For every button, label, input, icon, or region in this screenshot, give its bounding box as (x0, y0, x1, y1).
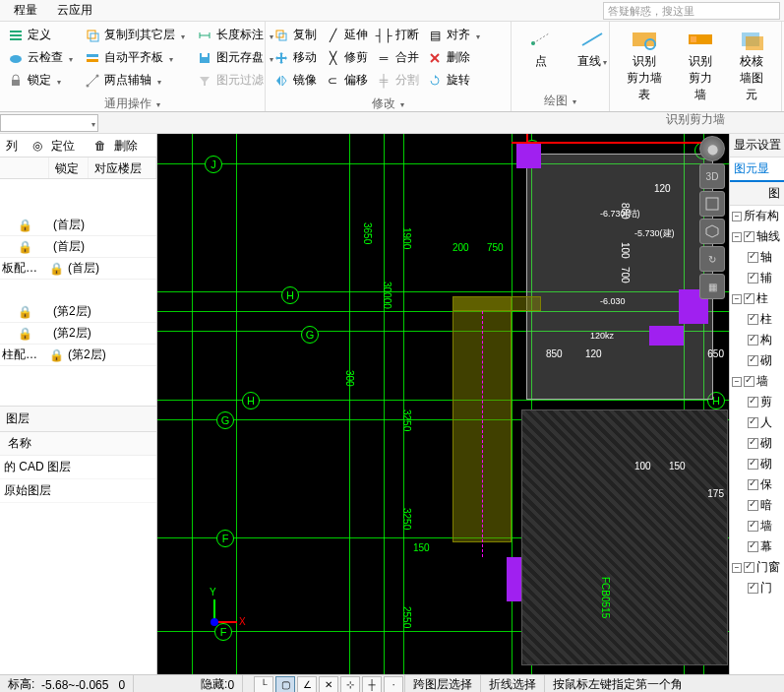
btn-zidongpingqi[interactable]: 自动平齐板 (81, 46, 189, 69)
btn-jiaohe[interactable]: 校核 墙图元 (726, 24, 777, 107)
search-input[interactable]: 答疑解惑，搜这里 (603, 2, 780, 20)
move-icon (273, 50, 289, 66)
svg-point-3 (10, 55, 22, 63)
svg-point-10 (87, 84, 90, 87)
svg-rect-16 (202, 53, 208, 57)
tree-item[interactable]: 剪 (730, 392, 784, 412)
btn-view-grid[interactable]: ▦ (699, 274, 725, 299)
snap-btn-4[interactable]: ✕ (319, 676, 338, 693)
section-tuceng: 图层 (0, 406, 156, 432)
split-icon: ╪ (376, 73, 392, 89)
lock-icon (8, 73, 24, 89)
tree-wall[interactable]: −墙 (730, 371, 784, 392)
snap-btn-2[interactable]: ▢ (275, 676, 295, 693)
grid-bubble: F (216, 530, 234, 547)
btn-fuzhi-qitaceng[interactable]: 复制到其它层 (81, 24, 189, 46)
snap-btn-7[interactable]: · (384, 676, 403, 693)
snap-btn-6[interactable]: ┼ (362, 676, 382, 693)
btn-shibie-jlqb[interactable]: 识别 剪力墙表 (614, 24, 675, 107)
tree-item[interactable]: 砌 (730, 454, 784, 474)
btn-shanchu[interactable]: 删除 (423, 46, 484, 69)
snap-btn-3[interactable]: ∠ (297, 676, 317, 693)
tree-item[interactable]: 人 (730, 412, 784, 433)
offset-icon: ⊂ (325, 73, 340, 89)
tree-door[interactable]: −门窗 (730, 557, 784, 578)
btn-dingyi[interactable]: 定义 (4, 24, 77, 46)
lock-icon: 🔒 (0, 305, 49, 319)
menu-item-yunyingyong[interactable]: 云应用 (47, 0, 102, 21)
menu-item-gongchengliang[interactable]: 程量 (4, 0, 47, 21)
tree-column[interactable]: −柱 (730, 288, 784, 309)
list-item[interactable]: 板配…🔒(首层) (0, 258, 156, 280)
btn-jingxiang[interactable]: 镜像 (270, 69, 321, 92)
tree-item[interactable]: 柱 (730, 309, 784, 330)
trim-icon: ╳ (325, 50, 340, 66)
tab-lie[interactable]: 列 (0, 134, 24, 157)
list-item[interactable]: 原始图层 (0, 479, 156, 503)
drawing-canvas[interactable]: J H G H G F F 1 2 H G (157, 134, 729, 674)
point-icon (525, 28, 557, 51)
btn-yunjianzha[interactable]: 云检查 (4, 46, 77, 69)
svg-rect-27 (691, 36, 696, 42)
target-icon: ◎ (30, 138, 45, 154)
checkbox[interactable] (744, 231, 754, 242)
btn-shibie-jlq[interactable]: 识别 剪力墙 (675, 24, 726, 107)
btn-kuatuceng[interactable]: 跨图层选择 (404, 675, 481, 692)
tree-item[interactable]: 保 (730, 474, 784, 495)
tree-item[interactable]: 轴 (730, 247, 784, 268)
tab-shanchu[interactable]: 🗑删除 (87, 134, 150, 157)
status-elev: 标高: -5.68~-0.065 0 (0, 675, 134, 692)
svg-rect-30 (706, 198, 718, 210)
combo-unknown[interactable] (0, 114, 98, 132)
tree-item[interactable]: 墙 (730, 516, 784, 536)
btn-suoding[interactable]: 锁定 (4, 69, 77, 92)
tree-item[interactable]: 砌 (730, 433, 784, 454)
svg-rect-1 (10, 34, 22, 36)
layer-list-1: 🔒(首层) 🔒(首层) 板配…🔒(首层) (0, 215, 156, 280)
tree-item[interactable]: 幕 (730, 536, 784, 557)
btn-zhexian[interactable]: 折线选择 (481, 675, 545, 692)
btn-3d-orbit[interactable]: ⬤ (699, 136, 725, 161)
btn-xuanzhuan[interactable]: 旋转 (423, 69, 484, 92)
delete-icon: 🗑 (92, 138, 108, 154)
btn-dian[interactable]: 点 (515, 24, 567, 74)
tree-axis[interactable]: −轴线 (730, 226, 784, 247)
btn-view-iso[interactable] (699, 219, 725, 244)
list-item[interactable]: 🔒(首层) (0, 236, 156, 258)
btn-dadun[interactable]: ┤├打断 (372, 24, 423, 46)
btn-liangdianfuzhou[interactable]: 两点辅轴 (81, 69, 189, 92)
tree-item[interactable]: 砌 (730, 350, 784, 371)
tree-item[interactable]: 门 (730, 578, 784, 598)
list-item[interactable]: 柱配…🔒(第2层) (0, 345, 156, 366)
grid-bubble: G (301, 326, 319, 344)
copy-icon (273, 28, 289, 43)
snap-btn-1[interactable]: └ (254, 676, 273, 693)
btn-view-refresh[interactable]: ↻ (699, 246, 725, 272)
snap-btn-5[interactable]: ⊹ (340, 676, 360, 693)
tree-item[interactable]: 构 (730, 330, 784, 350)
list-item[interactable]: 的 CAD 图层 (0, 456, 156, 479)
btn-fuzhi[interactable]: 复制 (270, 24, 321, 46)
tree-item[interactable]: 辅 (730, 268, 784, 288)
lock-icon: 🔒 (49, 348, 64, 362)
extend-icon: ╱ (325, 28, 340, 43)
status-hide: 隐藏:0 (193, 675, 243, 692)
list-icon (8, 28, 24, 43)
list-item[interactable]: 🔒(第2层) (0, 301, 156, 323)
list-item[interactable]: 🔒(首层) (0, 215, 156, 236)
btn-xiujian[interactable]: ╳修剪 (321, 46, 372, 69)
list-item[interactable]: 🔒(第2层) (0, 323, 156, 345)
lock-icon: 🔒 (0, 327, 49, 341)
btn-view-top[interactable] (699, 191, 725, 217)
tree-all[interactable]: −所有构 (730, 206, 784, 226)
tab-dingwei[interactable]: ◎定位 (24, 134, 87, 157)
svg-line-23 (582, 33, 602, 45)
btn-pianyi[interactable]: ⊂偏移 (321, 69, 372, 92)
btn-yidong[interactable]: 移动 (270, 46, 321, 69)
btn-view-3d[interactable]: 3D (699, 163, 725, 189)
tab-tuyuan[interactable]: 图元显 (730, 157, 784, 182)
btn-hebing[interactable]: ═合并 (372, 46, 423, 69)
btn-duiqi[interactable]: ▤对齐 (423, 24, 484, 46)
tree-item[interactable]: 暗 (730, 495, 784, 516)
btn-yanshen[interactable]: ╱延伸 (321, 24, 372, 46)
